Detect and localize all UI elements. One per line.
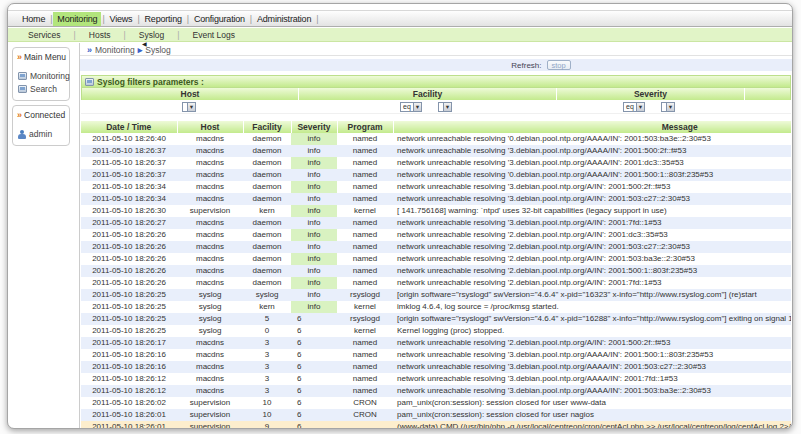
cell-message: network unreachable resolving '3.debian.… bbox=[393, 181, 791, 193]
cell-facility: syslog bbox=[243, 289, 291, 301]
menu-item-views[interactable]: Views bbox=[106, 12, 137, 26]
cell-severity: info bbox=[291, 217, 337, 229]
host-select[interactable]: ▼ bbox=[182, 102, 196, 112]
submenu-item-event-logs[interactable]: Event Logs bbox=[189, 29, 240, 41]
cell-host: macdns bbox=[177, 193, 243, 205]
cell-datetime: 2011-05-10 18:26:26 bbox=[81, 229, 177, 241]
cell-facility: kern bbox=[243, 301, 291, 313]
menu-item-configuration[interactable]: Configuration bbox=[190, 12, 249, 26]
monitor-icon bbox=[18, 85, 27, 93]
severity-select[interactable]: ▼ bbox=[661, 102, 675, 112]
cell-facility: daemon bbox=[243, 193, 291, 205]
cell-message: network unreachable resolving '2.debian.… bbox=[393, 229, 791, 241]
breadcrumb-monitoring[interactable]: Monitoring bbox=[95, 45, 135, 55]
cell-program: named bbox=[337, 133, 393, 145]
breadcrumb-syslog[interactable]: Syslog bbox=[145, 45, 171, 55]
dropdown-arrow-icon: ▼ bbox=[413, 103, 421, 111]
refresh-label: Refresh: bbox=[511, 61, 541, 70]
submenu-item-syslog[interactable]: Syslog bbox=[135, 29, 169, 41]
cell-datetime: 2011-05-10 18:26:37 bbox=[81, 169, 177, 181]
table-row: 2011-05-10 18:26:26macdnsdaemoninfonamed… bbox=[81, 253, 791, 265]
table-row: 2011-05-10 18:26:01supervision96(www-dat… bbox=[81, 421, 791, 428]
cell-program: named bbox=[337, 229, 393, 241]
cell-message: network unreachable resolving '3.debian.… bbox=[393, 385, 791, 397]
cell-program: named bbox=[337, 277, 393, 289]
facility-operator-select[interactable]: eq▼ bbox=[400, 102, 422, 112]
cell-severity: 6 bbox=[291, 409, 337, 421]
table-row: 2011-05-10 18:26:37macdnsdaemoninfonamed… bbox=[81, 169, 791, 181]
menu-separator: | bbox=[50, 14, 52, 24]
cell-facility: daemon bbox=[243, 241, 291, 253]
sub-menu: Services|Hosts|Syslog|Event Logs bbox=[8, 28, 792, 42]
cell-program: named bbox=[337, 193, 393, 205]
menu-item-administration[interactable]: Administration bbox=[253, 12, 315, 26]
cell-host: syslog bbox=[177, 289, 243, 301]
menu-item-reporting[interactable]: Reporting bbox=[141, 12, 186, 26]
cell-facility: daemon bbox=[243, 253, 291, 265]
facility-select[interactable]: ▼ bbox=[438, 102, 452, 112]
cell-severity: info bbox=[291, 289, 337, 301]
menu-separator: | bbox=[187, 14, 189, 24]
menu-separator: | bbox=[74, 30, 76, 40]
cell-datetime: 2011-05-10 18:26:26 bbox=[81, 253, 177, 265]
cell-host: macdns bbox=[177, 241, 243, 253]
menu-item-monitoring[interactable]: Monitoring bbox=[53, 12, 101, 26]
cell-host: macdns bbox=[177, 265, 243, 277]
cell-program: named bbox=[337, 157, 393, 169]
cell-host: macdns bbox=[177, 277, 243, 289]
menu-item-home[interactable]: Home bbox=[18, 12, 49, 26]
cell-message: [ 141.756168] warning: `ntpd' uses 32-bi… bbox=[393, 205, 791, 217]
stop-refresh-button[interactable]: stop bbox=[547, 60, 571, 70]
dropdown-arrow-icon: ▼ bbox=[443, 103, 451, 111]
severity-operator-select[interactable]: eq▼ bbox=[623, 102, 645, 112]
menu-separator: | bbox=[250, 14, 252, 24]
cell-host: macdns bbox=[177, 181, 243, 193]
cell-host: supervision bbox=[177, 205, 243, 217]
cell-host: macdns bbox=[177, 349, 243, 361]
cell-message: network unreachable resolving '0.debian.… bbox=[393, 169, 791, 181]
menu-separator: | bbox=[177, 30, 179, 40]
cell-program: named bbox=[337, 169, 393, 181]
cell-program: named bbox=[337, 361, 393, 373]
breadcrumb: » Monitoring ▸ Syslog bbox=[80, 43, 792, 56]
cell-program: rsyslogd bbox=[337, 313, 393, 325]
cell-facility: daemon bbox=[243, 169, 291, 181]
cell-datetime: 2011-05-10 18:26:01 bbox=[81, 409, 177, 421]
cell-severity: info bbox=[291, 253, 337, 265]
sidebar-item-monitoring[interactable]: Monitoring bbox=[18, 71, 67, 81]
submenu-item-hosts[interactable]: Hosts bbox=[85, 29, 115, 41]
cell-severity: info bbox=[291, 157, 337, 169]
cell-facility: daemon bbox=[243, 145, 291, 157]
table-row: 2011-05-10 18:26:17macdns36namednetwork … bbox=[81, 337, 791, 349]
cell-message: network unreachable resolving '3.debian.… bbox=[393, 361, 791, 373]
table-row: 2011-05-10 18:26:12macdns36namednetwork … bbox=[81, 385, 791, 397]
cell-host: macdns bbox=[177, 361, 243, 373]
cell-message: network unreachable resolving '2.debian.… bbox=[393, 253, 791, 265]
cell-severity: info bbox=[291, 301, 337, 313]
filter-header-severity: Severity bbox=[556, 88, 744, 100]
cell-message: network unreachable resolving '3.debian.… bbox=[393, 373, 791, 385]
table-row: 2011-05-10 18:26:25syslog06kernelKernel … bbox=[81, 325, 791, 337]
cell-facility: 3 bbox=[243, 337, 291, 349]
sidebar-item-search[interactable]: Search bbox=[18, 84, 67, 94]
col-header-facility: Facility bbox=[243, 121, 291, 133]
table-row: 2011-05-10 18:26:37macdnsdaemoninfonamed… bbox=[81, 157, 791, 169]
cell-severity: 6 bbox=[291, 373, 337, 385]
cell-message: network unreachable resolving '2.debian.… bbox=[393, 337, 791, 349]
cell-message: [origin software="rsyslogd" swVersion="4… bbox=[393, 289, 791, 301]
cell-facility: 3 bbox=[243, 361, 291, 373]
menu-separator: | bbox=[137, 14, 139, 24]
cell-datetime: 2011-05-10 18:26:27 bbox=[81, 217, 177, 229]
col-header-datetime: Date / Time bbox=[81, 121, 177, 133]
refresh-bar: Refresh: stop bbox=[80, 59, 792, 71]
table-row: 2011-05-10 18:26:16macdns36namednetwork … bbox=[81, 349, 791, 361]
submenu-item-services[interactable]: Services bbox=[24, 29, 65, 41]
syslog-table-body: 2011-05-10 18:26:40macdnsdaemoninfonamed… bbox=[81, 133, 791, 428]
cell-facility: 0 bbox=[243, 325, 291, 337]
cell-message: network unreachable resolving '0.debian.… bbox=[393, 133, 791, 145]
cell-program: kernel bbox=[337, 205, 393, 217]
cell-datetime: 2011-05-10 18:26:40 bbox=[81, 133, 177, 145]
breadcrumb-icon: » bbox=[87, 45, 92, 55]
cell-facility: daemon bbox=[243, 133, 291, 145]
cell-severity: 6 bbox=[291, 385, 337, 397]
